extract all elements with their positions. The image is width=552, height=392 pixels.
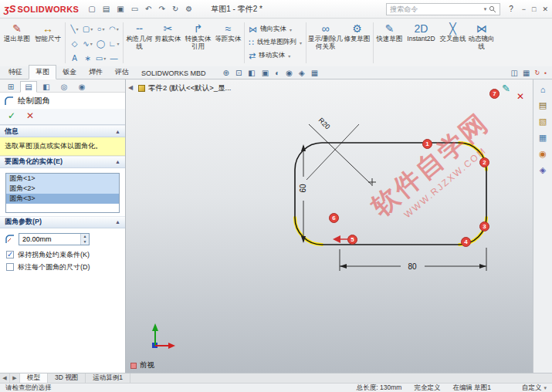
featuremanager-collapse-icon[interactable]: ◀ (128, 84, 133, 91)
fillet-balloon[interactable]: 7 (489, 89, 500, 99)
sketch-canvas[interactable]: R20 60 80 (126, 79, 533, 373)
maximize-button[interactable]: □ (532, 5, 536, 13)
convert-entities-button[interactable]: ↱ 转换实体引用 (182, 20, 214, 66)
close-button[interactable]: ✕ (542, 5, 548, 13)
view-palette-icon[interactable]: ▦ (539, 133, 547, 143)
spinner-arrows[interactable]: ▲ ▼ (80, 234, 89, 245)
sketch-rectangle[interactable] (295, 143, 486, 245)
display-style-icon[interactable]: ◐ (275, 69, 279, 77)
tab-sheet-metal[interactable]: 钣金 (56, 66, 83, 79)
file-explorer-icon[interactable]: ▧ (539, 117, 547, 127)
confirm-exit-sketch-icon[interactable]: ✎ (502, 83, 510, 94)
options-icon[interactable]: ⚙ (183, 4, 195, 14)
spin-up-icon[interactable]: ▲ (81, 234, 89, 239)
fillet-balloon[interactable]: 1 (422, 139, 432, 149)
slot-icon[interactable]: ▭ (94, 51, 107, 66)
ellipse-icon[interactable]: ◯ (94, 36, 107, 51)
keep-constraints-row[interactable]: 保持拐角处约束条件(K) (0, 248, 125, 262)
entities-section-header[interactable]: 要圆角化的实体(E) ▲ (0, 156, 125, 168)
cancel-button[interactable]: ✕ (26, 110, 34, 121)
save-icon[interactable]: ▣ (114, 4, 126, 14)
list-item[interactable]: 圆角<3> (6, 194, 119, 204)
text-icon[interactable]: A (68, 51, 81, 66)
entities-listbox[interactable]: 圆角<1> 圆角<2> 圆角<3> (5, 173, 120, 213)
breadcrumb[interactable]: 零件2 (默认<<默认>_显... (138, 83, 231, 93)
custom-properties-icon[interactable]: ◈ (540, 165, 546, 175)
fillet-balloon[interactable]: 4 (461, 237, 471, 247)
featuremanager-tab[interactable]: ⊞ (2, 82, 19, 92)
radius-spinbox[interactable]: ▲ ▼ (19, 233, 90, 245)
tab-weldments[interactable]: 焊件 (83, 66, 109, 79)
redo-icon[interactable]: ↷ (157, 4, 168, 14)
edit-appearance-icon[interactable]: ◈ (299, 69, 305, 77)
undo-icon[interactable]: ↶ (143, 4, 154, 14)
minimize-button[interactable]: − (522, 5, 526, 13)
tab-features[interactable]: 特征 (2, 66, 29, 79)
refresh-icon[interactable]: ↻ (534, 69, 540, 76)
search-input[interactable] (390, 5, 481, 13)
keep-constraints-checkbox[interactable] (6, 251, 14, 259)
graphics-area[interactable]: R20 60 80 (126, 79, 533, 373)
view-orientation-icon[interactable]: ▣ (262, 69, 269, 77)
trim-entities-button[interactable]: ✂ 剪裁实体 (154, 20, 182, 66)
solidworks-resources-icon[interactable]: ⌂ (540, 85, 546, 94)
offset-entities-button[interactable]: ≈ 等距实体 (214, 20, 242, 66)
apply-scene-icon[interactable]: ▦ (311, 69, 318, 77)
fillet-balloon[interactable]: 2 (479, 157, 489, 167)
fillet-balloon[interactable]: 3 (479, 221, 489, 231)
polygon-icon[interactable]: ◇ (68, 36, 81, 51)
dimension-each-row[interactable]: 标注每个圆角的尺寸(D) (0, 261, 125, 274)
units-dropdown[interactable]: 自定义 ▾ (522, 384, 547, 392)
list-item[interactable]: 圆角<2> (6, 184, 119, 194)
appearances-icon[interactable]: ◉ (539, 149, 547, 159)
spin-down-icon[interactable]: ▼ (81, 239, 89, 245)
rapid-sketch-button[interactable]: ✎ 快速草图 (375, 20, 404, 66)
open-icon[interactable]: ▤ (100, 4, 112, 14)
tab-solidworks-mbd[interactable]: SOLIDWORKS MBD (135, 68, 212, 79)
search-icon[interactable] (489, 5, 496, 13)
repair-sketch-button[interactable]: ⚙ 修复草图 (343, 20, 371, 66)
new-document-icon[interactable]: ▢ (86, 4, 97, 14)
line-icon[interactable]: ╲ (68, 22, 81, 36)
circle-icon[interactable]: ○ (94, 22, 107, 36)
point-icon[interactable]: ∗ (81, 51, 94, 66)
sketch-fillet-icon[interactable]: ∟ (107, 36, 120, 51)
tab-motion-study[interactable]: 运动算例1 (86, 373, 130, 383)
list-item[interactable]: 圆角<1> (6, 174, 119, 184)
display-pane-icon[interactable]: ◫ (511, 69, 518, 77)
mirror-entities-button[interactable]: ⋈ 镜向实体 (249, 25, 302, 34)
design-library-icon[interactable]: ▤ (539, 100, 547, 110)
zoom-area-icon[interactable]: ⊡ (235, 69, 242, 77)
tab-scroll-right-icon[interactable]: ▶ (10, 373, 20, 383)
fillet-balloon[interactable]: 5 (347, 235, 357, 245)
smart-dimension-button[interactable]: ↔ 智能尺寸 (32, 20, 63, 66)
parameters-section-header[interactable]: 圆角参数(P) ▲ (0, 216, 125, 228)
configurationmanager-tab[interactable]: ◧ (38, 82, 55, 92)
fillet-balloon[interactable]: 6 (329, 213, 339, 223)
dimxpertmanager-tab[interactable]: ◎ (56, 82, 73, 92)
height-dimension-text[interactable]: 60 (299, 184, 307, 193)
tab-sketch[interactable]: 草图 (29, 65, 56, 79)
rebuild-icon[interactable]: ↻ (170, 4, 181, 14)
radius-dimension-text[interactable]: R20 (317, 117, 332, 131)
displaymanager-tab[interactable]: ◉ (73, 82, 90, 92)
dynamic-mirror-button[interactable]: ⋈ 动态镜向线 (467, 20, 496, 66)
print-icon[interactable]: ▭ (129, 4, 141, 14)
tab-evaluate[interactable]: 评估 (109, 66, 135, 79)
intersection-curve-button[interactable]: ╳ 交叉曲线 (439, 20, 467, 66)
help-button[interactable]: ? (509, 5, 513, 13)
radius-input[interactable] (19, 234, 80, 245)
zoom-fit-icon[interactable]: ⊕ (223, 69, 229, 77)
linear-sketch-pattern-button[interactable]: ∷ 线性草图阵列 (249, 38, 302, 47)
display-delete-relations-button[interactable]: ∞ 显示/删除几何关系 (308, 20, 343, 66)
ok-button[interactable]: ✓ (8, 110, 15, 121)
spline-icon[interactable]: ∿ (81, 36, 94, 51)
search-dropdown-icon[interactable]: ▾ (484, 6, 487, 12)
rectangle-icon[interactable]: ▢ (81, 22, 94, 36)
view-settings-icon[interactable]: ▦ (523, 69, 530, 77)
centerline-icon[interactable]: ― (107, 51, 120, 66)
tab-3d-views[interactable]: 3D 视图 (48, 373, 86, 383)
arc-icon[interactable]: ◠ (107, 22, 120, 36)
confirm-cancel-icon[interactable]: ✕ (516, 91, 524, 102)
tab-scroll-left-icon[interactable]: ◀ (0, 373, 10, 383)
